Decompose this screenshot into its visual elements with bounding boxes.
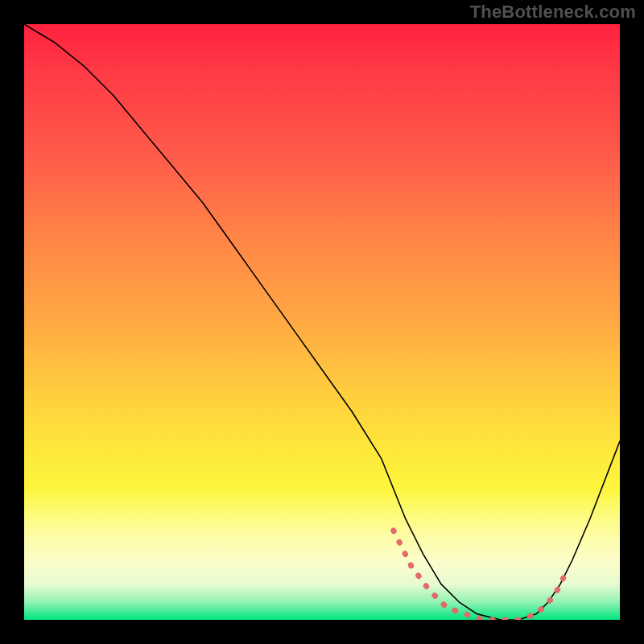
bottleneck-curve-line	[24, 24, 620, 620]
chart-frame: TheBottleneck.com	[0, 0, 644, 644]
watermark-text: TheBottleneck.com	[470, 2, 636, 23]
plot-area	[24, 24, 620, 620]
valley-dotted-segment	[394, 530, 567, 620]
chart-svg	[24, 24, 620, 620]
